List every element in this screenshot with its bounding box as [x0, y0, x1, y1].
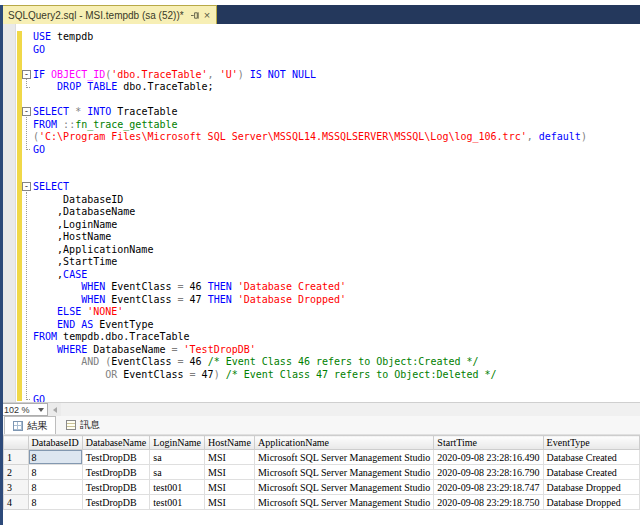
- grid-cell[interactable]: 8: [28, 495, 82, 510]
- sql-token: IF: [33, 69, 51, 80]
- grid-cell[interactable]: test001: [150, 495, 205, 510]
- sql-token: /* Event Class 47 refers to Object:Delet…: [226, 369, 497, 380]
- grid-row: 18TestDropDBsaMSIMicrosoft SQL Server Ma…: [4, 450, 640, 465]
- sql-token: [33, 369, 105, 380]
- sql-token: [33, 319, 57, 330]
- editor-bottom-bar: 102 %: [0, 402, 640, 416]
- grid-cell[interactable]: MSI: [205, 480, 255, 495]
- document-tab[interactable]: SQLQuery2.sql - MSI.tempdb (sa (52))* ×: [0, 5, 217, 24]
- grid-cell[interactable]: 8: [28, 450, 82, 465]
- sql-token: 'Database Created': [232, 281, 346, 292]
- document-tab-title: SQLQuery2.sql - MSI.tempdb (sa (52))*: [8, 10, 184, 21]
- grid-cell[interactable]: MSI: [205, 495, 255, 510]
- fold-collapse-icon[interactable]: -: [22, 70, 31, 79]
- results-pane-tab[interactable]: 訊息: [58, 416, 108, 434]
- sql-token: [33, 344, 57, 355]
- grid-column-header[interactable]: HostName: [205, 436, 255, 450]
- grid-row-header[interactable]: 1: [4, 450, 29, 465]
- code-line: ,DatabaseName: [0, 206, 640, 219]
- grid-cell[interactable]: 2020-09-08 23:28:16.490: [434, 450, 543, 465]
- editor-zoom-control[interactable]: 102 %: [0, 403, 48, 416]
- grid-column-header[interactable]: LoginName: [150, 436, 205, 450]
- code-area[interactable]: USE tempdbGO -IF OBJECT_ID('dbo.TraceTab…: [0, 31, 640, 402]
- sql-token: 46: [190, 281, 208, 292]
- sql-token: WHERE: [57, 344, 87, 355]
- close-icon[interactable]: ×: [204, 11, 210, 20]
- grid-cell[interactable]: sa: [150, 450, 205, 465]
- pin-icon[interactable]: [191, 11, 200, 20]
- grid-column-header[interactable]: ApplicationName: [254, 436, 433, 450]
- grid-cell[interactable]: 8: [28, 480, 82, 495]
- messages-icon: [66, 420, 76, 430]
- grid-column-header[interactable]: StartTime: [434, 436, 543, 450]
- grid-cell[interactable]: 2020-09-08 23:29:18.750: [434, 495, 543, 510]
- grid-cell[interactable]: TestDropDB: [82, 465, 150, 480]
- code-line: OR EventClass = 47) /* Event Class 47 re…: [0, 369, 640, 382]
- grid-row-header[interactable]: 3: [4, 480, 29, 495]
- grid-cell[interactable]: TestDropDB: [82, 495, 150, 510]
- grid-cell[interactable]: MSI: [205, 465, 255, 480]
- code-line: ELSE 'NONE': [0, 306, 640, 319]
- sql-token: THEN: [208, 294, 232, 305]
- sql-token: ::: [63, 119, 75, 130]
- sql-token: ): [214, 369, 226, 380]
- grid-column-header[interactable]: DatabaseName: [82, 436, 150, 450]
- grid-row: 28TestDropDBsaMSIMicrosoft SQL Server Ma…: [4, 465, 640, 480]
- grid-column-header[interactable]: DatabaseID: [28, 436, 82, 450]
- grid-header-row: DatabaseIDDatabaseNameLoginNameHostNameA…: [4, 436, 640, 450]
- fold-collapse-icon[interactable]: -: [22, 107, 31, 116]
- sql-token: ELSE: [57, 306, 81, 317]
- grid-corner-header[interactable]: [4, 436, 29, 450]
- sql-token: ): [581, 131, 587, 142]
- sql-token: ,LoginName: [33, 219, 117, 230]
- code-line: -IF OBJECT_ID('dbo.TraceTable', 'U') IS …: [0, 69, 640, 82]
- code-line: -SELECT * INTO TraceTable: [0, 106, 640, 119]
- window-left-border: [0, 5, 3, 525]
- grid-cell[interactable]: Microsoft SQL Server Management Studio: [254, 480, 433, 495]
- sql-token: =: [178, 356, 190, 367]
- grid-cell[interactable]: test001: [150, 480, 205, 495]
- chevron-down-icon: [38, 408, 44, 412]
- grid-cell[interactable]: 8: [28, 465, 82, 480]
- editor-horizontal-scrollbar[interactable]: [48, 403, 640, 416]
- grid-row-header[interactable]: 4: [4, 495, 29, 510]
- grid-column-header[interactable]: EventType: [543, 436, 639, 450]
- grid-cell[interactable]: sa: [150, 465, 205, 480]
- code-line: FROM ::fn_trace_gettable: [0, 119, 640, 132]
- code-editor[interactable]: USE tempdbGO -IF OBJECT_ID('dbo.TraceTab…: [0, 24, 640, 402]
- sql-token: WHEN: [81, 294, 105, 305]
- grid-cell[interactable]: Database Dropped: [543, 480, 639, 495]
- results-pane-tab[interactable]: 結果: [4, 416, 56, 434]
- grid-row-header[interactable]: 2: [4, 465, 29, 480]
- code-line: ,CASE: [0, 269, 640, 282]
- document-tab-bar: SQLQuery2.sql - MSI.tempdb (sa (52))* ×: [0, 5, 640, 24]
- code-line: DatabaseID: [0, 194, 640, 207]
- grid-cell[interactable]: Database Created: [543, 450, 639, 465]
- sql-token: IS NOT NULL: [250, 69, 316, 80]
- sql-token: 'C:\Program Files\Microsoft SQL Server\M…: [39, 131, 527, 142]
- sql-token: DROP TABLE: [57, 81, 117, 92]
- grid-cell[interactable]: Database Dropped: [543, 495, 639, 510]
- grid-cell[interactable]: 2020-09-08 23:28:16.790: [434, 465, 543, 480]
- code-line: ,LoginName: [0, 219, 640, 232]
- grid-cell[interactable]: Microsoft SQL Server Management Studio: [254, 465, 433, 480]
- scroll-left-button[interactable]: [48, 403, 61, 416]
- grid-cell[interactable]: Microsoft SQL Server Management Studio: [254, 495, 433, 510]
- sql-token: FROM: [33, 119, 63, 130]
- sql-token: [33, 281, 81, 292]
- sql-token: /* Event Class 46 refers to Object:Creat…: [208, 356, 479, 367]
- sql-token: AND (: [81, 356, 111, 367]
- sql-token: =: [172, 344, 184, 355]
- sql-token: ,StartTime: [33, 256, 117, 267]
- grid-cell[interactable]: Database Created: [543, 465, 639, 480]
- grid-cell[interactable]: TestDropDB: [82, 450, 150, 465]
- grid-cell[interactable]: MSI: [205, 450, 255, 465]
- sql-token: tempdb.dbo.TraceTable: [57, 331, 189, 342]
- sql-token: ,ApplicationName: [33, 244, 153, 255]
- grid-cell[interactable]: 2020-09-08 23:29:18.747: [434, 480, 543, 495]
- sql-token: 47: [190, 294, 208, 305]
- code-line: END AS EventType: [0, 319, 640, 332]
- fold-collapse-icon[interactable]: -: [22, 182, 31, 191]
- grid-cell[interactable]: Microsoft SQL Server Management Studio: [254, 450, 433, 465]
- grid-cell[interactable]: TestDropDB: [82, 480, 150, 495]
